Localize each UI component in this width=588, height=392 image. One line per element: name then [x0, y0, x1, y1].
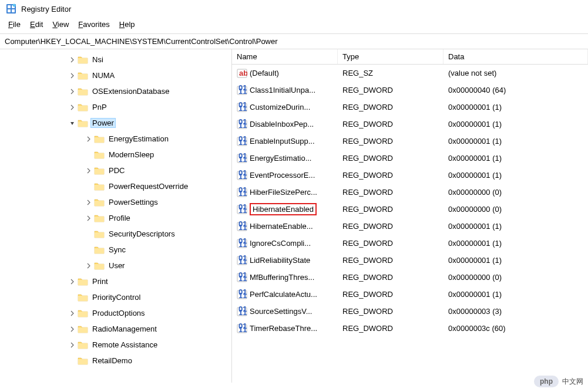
folder-icon	[78, 356, 88, 366]
chevron-right-icon[interactable]	[68, 73, 76, 79]
folder-icon	[78, 103, 88, 112]
menu-item-favorites[interactable]: Favorites	[75, 19, 113, 30]
value-name: CustomizeDurin...	[250, 103, 310, 111]
value-name-cell: CustomizeDurin...	[232, 100, 338, 114]
list-row[interactable]: CustomizeDurin...REG_DWORD0x00000001 (1)	[232, 99, 588, 116]
tree-item-power[interactable]: Power	[0, 115, 231, 131]
tree-item-pdc[interactable]: PDC	[0, 163, 231, 178]
chevron-right-icon[interactable]	[68, 310, 76, 316]
list-row[interactable]: TimerRebaseThre...REG_DWORD0x0000003c (6…	[232, 320, 588, 337]
value-name: HibernateEnabled	[250, 203, 317, 215]
menubar: FileEditViewFavoritesHelp	[0, 18, 588, 33]
list-row[interactable]: HiberFileSizePerc...REG_DWORD0x00000000 …	[232, 184, 588, 201]
tree-item-prioritycontrol[interactable]: PriorityControl	[0, 289, 231, 305]
folder-icon	[94, 198, 105, 207]
svg-point-5	[13, 4, 16, 7]
tree-item-label: Remote Assistance	[90, 340, 159, 350]
menu-item-help[interactable]: Help	[116, 19, 139, 30]
tree-item-productoptions[interactable]: ProductOptions	[0, 305, 231, 321]
list-row[interactable]: LidReliabilityStateREG_DWORD0x00000001 (…	[232, 252, 588, 269]
list-row[interactable]: IgnoreCsCompli...REG_DWORD0x00000001 (1)	[232, 235, 588, 252]
folder-icon	[78, 277, 88, 286]
binary-value-icon	[237, 306, 247, 317]
list-row[interactable]: EnableInputSupp...REG_DWORD0x00000001 (1…	[232, 133, 588, 150]
value-name-cell: SourceSettingsV...	[232, 305, 338, 319]
menu-item-view[interactable]: View	[49, 19, 72, 30]
list-row[interactable]: PerfCalculateActu...REG_DWORD0x00000001 …	[232, 286, 588, 303]
tree-item-label: PriorityControl	[90, 292, 142, 302]
column-header-name[interactable]: Name	[232, 49, 338, 64]
tree-item-pnp[interactable]: PnP	[0, 99, 231, 115]
list-row[interactable]: (Default)REG_SZ(value not set)	[232, 65, 588, 82]
tree-item-radiomanagement[interactable]: RadioManagement	[0, 321, 231, 337]
address-bar[interactable]: Computer\HKEY_LOCAL_MACHINE\SYSTEM\Curre…	[0, 33, 588, 49]
watermark-text: 中文网	[562, 377, 583, 383]
binary-value-icon	[237, 102, 247, 113]
list-row[interactable]: Class1InitialUnpa...REG_DWORD0x00000040 …	[232, 82, 588, 99]
tree-item-label: Sync	[107, 245, 127, 255]
chevron-right-icon[interactable]	[85, 136, 93, 142]
column-header-data[interactable]: Data	[443, 49, 588, 64]
tree-item-modernsleep[interactable]: ModernSleep	[0, 147, 231, 163]
tree-item-print[interactable]: Print	[0, 273, 231, 289]
list-row[interactable]: SourceSettingsV...REG_DWORD0x00000003 (3…	[232, 303, 588, 320]
tree-item-numa[interactable]: NUMA	[0, 67, 231, 83]
tree-item-label: Nsi	[90, 55, 105, 65]
list-row[interactable]: DisableInboxPep...REG_DWORD0x00000001 (1…	[232, 116, 588, 133]
value-name-cell: HiberFileSizePerc...	[232, 185, 338, 200]
list-row[interactable]: HibernateEnabledREG_DWORD0x00000000 (0)	[232, 201, 588, 218]
chevron-right-icon[interactable]	[85, 215, 93, 221]
tree-item-powersettings[interactable]: PowerSettings	[0, 194, 231, 210]
folder-icon	[78, 309, 88, 318]
chevron-right-icon[interactable]	[85, 263, 93, 269]
list-row[interactable]: HibernateEnable...REG_DWORD0x00000001 (1…	[232, 218, 588, 235]
value-type: REG_DWORD	[338, 169, 443, 181]
column-header-type[interactable]: Type	[338, 49, 443, 64]
list-row[interactable]: EnergyEstimatio...REG_DWORD0x00000001 (1…	[232, 150, 588, 167]
tree-item-securitydescriptors[interactable]: SecurityDescriptors	[0, 226, 231, 242]
value-name-cell: TimerRebaseThre...	[232, 322, 338, 336]
tree-item-nsi[interactable]: Nsi	[0, 52, 231, 67]
value-name: EnergyEstimatio...	[250, 154, 312, 163]
value-name-cell: EventProcessorE...	[232, 168, 338, 183]
tree-panel[interactable]: NsiNUMAOSExtensionDatabasePnPPowerEnergy…	[0, 49, 232, 383]
binary-value-icon	[237, 85, 247, 96]
list-row[interactable]: EventProcessorE...REG_DWORD0x00000001 (1…	[232, 167, 588, 184]
value-data: 0x00000040 (64)	[443, 84, 588, 96]
menu-item-edit[interactable]: Edit	[26, 19, 46, 30]
chevron-right-icon[interactable]	[68, 342, 76, 348]
chevron-right-icon[interactable]	[68, 279, 76, 285]
value-data: 0x00000000 (0)	[443, 203, 588, 215]
chevron-right-icon[interactable]	[85, 168, 93, 174]
value-data: (value not set)	[443, 67, 588, 79]
list-panel[interactable]: Name Type Data (Default)REG_SZ(value not…	[232, 49, 588, 383]
tree-item-sync[interactable]: Sync	[0, 242, 231, 258]
menu-item-file[interactable]: File	[5, 19, 24, 30]
list-row[interactable]: MfBufferingThres...REG_DWORD0x00000000 (…	[232, 269, 588, 286]
tree-item-osextensiondatabase[interactable]: OSExtensionDatabase	[0, 83, 231, 99]
value-type: REG_DWORD	[338, 152, 443, 164]
tree-item-powerrequestoverride[interactable]: PowerRequestOverride	[0, 178, 231, 194]
value-name: EnableInputSupp...	[250, 137, 315, 146]
tree-item-profile[interactable]: Profile	[0, 210, 231, 226]
value-data: 0x00000001 (1)	[443, 152, 588, 164]
chevron-right-icon[interactable]	[68, 57, 76, 63]
value-data: 0x00000003 (3)	[443, 305, 588, 317]
chevron-right-icon[interactable]	[68, 89, 76, 94]
value-type: REG_DWORD	[338, 288, 443, 300]
value-type: REG_DWORD	[338, 305, 443, 317]
chevron-down-icon[interactable]	[68, 120, 76, 126]
value-name-cell: HibernateEnable...	[232, 219, 338, 234]
chevron-right-icon[interactable]	[85, 200, 93, 205]
tree-item-energyestimation[interactable]: EnergyEstimation	[0, 131, 231, 147]
value-type: REG_DWORD	[338, 135, 443, 147]
tree-item-label: PowerRequestOverride	[107, 181, 190, 191]
value-type: REG_DWORD	[338, 101, 443, 113]
tree-item-remote-assistance[interactable]: Remote Assistance	[0, 337, 231, 353]
value-name-cell: IgnoreCsCompli...	[232, 236, 338, 251]
tree-item-retaildemo[interactable]: RetailDemo	[0, 353, 231, 369]
chevron-right-icon[interactable]	[68, 104, 76, 110]
chevron-right-icon[interactable]	[68, 326, 76, 332]
value-type: REG_DWORD	[338, 186, 443, 198]
tree-item-user[interactable]: User	[0, 258, 231, 273]
